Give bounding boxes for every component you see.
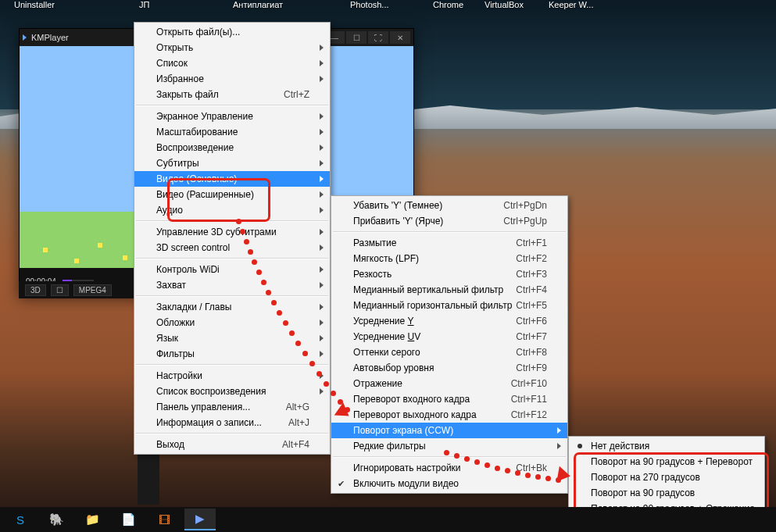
menu-separator (136, 105, 328, 106)
menu-blur[interactable]: РазмытиеCtrl+F1 (331, 235, 567, 251)
menu-playback[interactable]: Воспроизведение (134, 140, 330, 155)
menu-mirror[interactable]: ОтражениеCtrl+F10 (331, 376, 567, 391)
submenu-video-basic: Убавить 'Y' (Темнее)Ctrl+PgDn Прибавить … (331, 195, 568, 494)
menu-rotate-90[interactable]: Поворот на 90 градусов (569, 485, 764, 501)
menu-rotate-270[interactable]: Поворот на 270 градусов (569, 470, 764, 485)
taskbar-evernote-icon[interactable]: 🐘 (41, 509, 72, 530)
menu-median-horizontal[interactable]: Медианный горизонтальный фильтрCtrl+F5 (331, 298, 567, 313)
menu-softness[interactable]: Мягкость (LPF)Ctrl+F2 (331, 251, 567, 266)
menu-control-panel[interactable]: Панель управления...Alt+G (134, 399, 330, 415)
menu-rotate-90-flip[interactable]: Поворот на 90 градусов + Переворот (569, 454, 764, 470)
context-menu-main: Открыть файл(ы)... Открыть Список Избран… (134, 22, 331, 455)
badge-3d[interactable]: 3D (25, 284, 46, 296)
menu-widi[interactable]: Контроль WiDi (134, 262, 330, 277)
desktop-label[interactable]: VirtualBox (485, 0, 524, 9)
desktop-label[interactable]: Photosh... (350, 0, 389, 9)
taskbar-skype-icon[interactable]: S (5, 509, 36, 530)
desktop-label[interactable]: Keeper W... (549, 0, 593, 9)
menu-separator (136, 220, 328, 222)
menu-close-file[interactable]: Закрыть файлCtrl+Z (134, 87, 330, 102)
menu-rotate-none[interactable]: Нет действия (569, 438, 764, 454)
desktop-label[interactable]: JП (139, 0, 149, 9)
desktop-label[interactable]: Chrome (433, 0, 463, 9)
menu-separator (333, 456, 566, 458)
taskbar-kmplayer-icon[interactable]: ▶ (184, 509, 216, 530)
badge-codec: MPEG4 (73, 284, 112, 296)
menu-capture[interactable]: Захват (134, 277, 330, 293)
menu-subtitles[interactable]: Субтитры (134, 155, 330, 171)
kmplayer-title: KMPlayer (31, 33, 69, 42)
menu-separator (136, 364, 328, 366)
menu-3d-screen[interactable]: 3D screen control (134, 240, 330, 255)
menu-open[interactable]: Открыть (134, 40, 330, 55)
menu-bookmarks[interactable]: Закладки / Главы (134, 299, 330, 315)
menu-flip-output[interactable]: Переворот выходного кадраCtrl+F12 (331, 407, 567, 423)
desktop-label[interactable]: Антиплагиат (233, 0, 283, 9)
kmplayer-logo-icon (23, 34, 27, 41)
menu-filters[interactable]: Фильтры (134, 346, 330, 362)
maximize-button[interactable]: ☐ (346, 31, 367, 44)
menu-include-video-modules[interactable]: Включить модули видео (331, 476, 567, 491)
menu-favorites[interactable]: Избранное (134, 71, 330, 87)
menu-average-uv[interactable]: Усреднение UVCtrl+F7 (331, 329, 567, 345)
menu-record-info[interactable]: Информация о записи...Alt+J (134, 415, 330, 430)
menu-increase-y[interactable]: Прибавить 'Y' (Ярче)Ctrl+PgUp (331, 213, 567, 229)
menu-3d-subtitles[interactable]: Управление 3D субтитрами (134, 224, 330, 240)
menu-video-basic[interactable]: Видео (Основные) (134, 171, 330, 187)
menu-separator (333, 231, 566, 233)
menu-playlist[interactable]: Список воспроизведения (134, 384, 330, 399)
taskbar: S 🐘 📁 📄 🎞 ▶ (0, 507, 776, 532)
status-badges: 3D ☐ MPEG4 (19, 281, 148, 298)
menu-separator (136, 258, 328, 259)
taskbar-media-icon[interactable]: 🎞 (148, 509, 180, 530)
menu-exit[interactable]: ВыходAlt+F4 (134, 437, 330, 452)
menu-separator (136, 433, 328, 434)
menu-list[interactable]: Список (134, 55, 330, 71)
menu-scale[interactable]: Масштабирование (134, 124, 330, 140)
menu-autolevel[interactable]: Автовыбор уровняCtrl+F9 (331, 360, 567, 376)
taskbar-word-icon[interactable]: 📄 (113, 509, 144, 530)
menu-separator (136, 295, 328, 297)
menu-settings[interactable]: Настройки (134, 368, 330, 384)
close-button[interactable]: ✕ (390, 31, 410, 44)
menu-sharpness[interactable]: РезкостьCtrl+F3 (331, 266, 567, 282)
menu-skins[interactable]: Обложки (134, 315, 330, 330)
menu-screen-control[interactable]: Экранное Управление (134, 109, 330, 124)
desktop-icon-labels: Uninstaller JП Антиплагиат Photosh... Ch… (0, 0, 776, 16)
menu-open-files[interactable]: Открыть файл(ы)... (134, 24, 330, 40)
menu-decrease-y[interactable]: Убавить 'Y' (Темнее)Ctrl+PgDn (331, 198, 567, 213)
menu-flip-input[interactable]: Переворот входного кадраCtrl+F11 (331, 391, 567, 407)
menu-median-vertical[interactable]: Медианный вертикальный фильтрCtrl+F4 (331, 282, 567, 298)
menu-rare-filters[interactable]: Редкие фильтры (331, 438, 567, 454)
menu-video-extended[interactable]: Видео (Расширенные) (134, 187, 330, 202)
menu-grayscale[interactable]: Оттенки серогоCtrl+F8 (331, 345, 567, 360)
menu-language[interactable]: Язык (134, 330, 330, 346)
menu-rotate-screen[interactable]: Поворот экрана (CCW) (331, 423, 567, 438)
menu-audio[interactable]: Аудио (134, 202, 330, 218)
badge-cc[interactable]: ☐ (51, 284, 69, 296)
fullscreen-button[interactable]: ⛶ (368, 31, 388, 44)
taskbar-explorer-icon[interactable]: 📁 (77, 509, 108, 530)
menu-ignore-settings[interactable]: Игнорировать настройкиCtrl+Bk (331, 460, 567, 476)
menu-average-y[interactable]: Усреднение YCtrl+F6 (331, 313, 567, 329)
desktop-label[interactable]: Uninstaller (14, 0, 55, 9)
